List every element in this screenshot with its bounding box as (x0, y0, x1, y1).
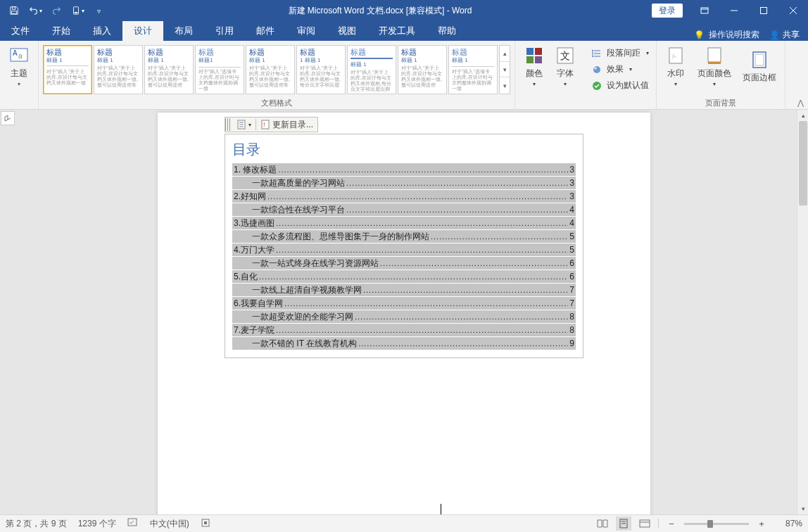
zoom-out-button[interactable]: − (664, 519, 678, 529)
svg-text:A: A (13, 49, 18, 57)
touch-mode-button[interactable]: ▾ (68, 1, 87, 20)
tab-layout[interactable]: 布局 (163, 21, 204, 41)
toc-entry[interactable]: 一款众多流程图、思维导图集于一身的制作网站...................… (232, 230, 576, 243)
set-default-button[interactable]: 设为默认值 (588, 77, 652, 94)
toc-field-controls: ▾ !更新目录... (225, 117, 318, 132)
page-color-button[interactable]: 页面颜色▾ (693, 44, 736, 89)
toc-entry[interactable]: 一款一站式终身在线学习资源网站.........................… (232, 257, 576, 270)
gallery-item[interactable]: 标题标题 1对于"插入"关于上的库,在设计每与文档又体外观相一致 (43, 45, 92, 94)
zoom-percent[interactable]: 87% (774, 519, 802, 528)
effects-label: 效果 (607, 63, 624, 75)
toc-entry-text: 2.好知网 (234, 191, 266, 203)
print-layout-button[interactable] (616, 517, 631, 531)
toc-leader-dots: ........................................… (431, 232, 568, 241)
macro-icon[interactable] (201, 518, 210, 530)
paragraph-spacing-label: 段落间距 (607, 47, 640, 59)
tab-developer[interactable]: 开发工具 (367, 21, 427, 41)
tell-me-label: 操作说明搜索 (709, 29, 759, 41)
toc-grip-icon[interactable] (225, 118, 231, 131)
page: ▾ !更新目录... 目录 1. 修改标题...................… (158, 113, 650, 514)
gallery-item[interactable]: 标题标题1对于"插入"选项卡上的库,在设计时与文档整体外观协调一致 (195, 45, 244, 94)
word-count[interactable]: 1239 个字 (78, 518, 116, 530)
page-indicator[interactable]: 第 2 页，共 9 页 (6, 518, 67, 530)
share-button[interactable]: 👤 共享 (769, 29, 800, 41)
gallery-item[interactable]: 标题标题 1对于"插入"关于上的库,在设计每与文档又体外观相一致,整可以使用这些… (94, 45, 143, 94)
toc-entry-text: 6.我要自学网 (234, 298, 283, 310)
toc-entry[interactable]: 4.万门大学..................................… (232, 243, 576, 256)
zoom-slider-thumb[interactable] (707, 520, 713, 528)
toc-container[interactable]: 目录 1. 修改标题..............................… (225, 134, 583, 358)
tab-references[interactable]: 引用 (204, 21, 245, 41)
save-button[interactable] (4, 1, 24, 20)
tell-me-search[interactable]: 💡 操作说明搜索 (694, 29, 759, 41)
fonts-button[interactable]: 文 字体▾ (550, 44, 580, 89)
tab-design[interactable]: 设计 (122, 21, 163, 41)
tab-insert[interactable]: 插入 (82, 21, 122, 41)
share-icon: 👤 (769, 30, 780, 40)
tab-mailings[interactable]: 邮件 (245, 21, 286, 41)
svg-rect-15 (526, 56, 534, 63)
redo-button[interactable] (46, 1, 66, 20)
spellcheck-icon[interactable] (127, 518, 139, 530)
gallery-item[interactable]: 标题标题 1对于"插入"关于上的库,在设计每与文档又体外观相一致,整可以使用这些 (144, 45, 194, 94)
scroll-down-button[interactable]: ▾ (797, 503, 808, 514)
gallery-item[interactable]: 标题标题 1对于"插入"关于上的库,在设计每与文档又体外观相一致,整可以使用这些… (246, 45, 295, 94)
page-borders-label: 页面边框 (743, 72, 776, 84)
tab-review[interactable]: 审阅 (286, 21, 327, 41)
login-button[interactable]: 登录 (652, 4, 683, 18)
ribbon: Aa 主题 ▾ 标题标题 1对于"插入"关于上的库,在设计每与文档又体外观相一致… (0, 41, 808, 110)
toc-entry[interactable]: 3.迅捷画图..................................… (232, 217, 576, 229)
page-color-label: 页面颜色 (697, 68, 731, 80)
set-default-label: 设为默认值 (607, 80, 649, 91)
gallery-down[interactable]: ▾ (500, 62, 510, 78)
toc-entry[interactable]: 7.麦子学院..................................… (232, 324, 576, 336)
toc-entry-page: 7 (569, 285, 574, 295)
toc-entry[interactable]: 6.我要自学网.................................… (232, 297, 576, 310)
toc-entry[interactable]: 一款超受欢迎的全能学习网............................… (232, 310, 576, 323)
tab-view[interactable]: 视图 (327, 21, 367, 41)
minimize-button[interactable] (719, 0, 749, 21)
toc-entry[interactable]: 一款不错的 IT 在线教育机构.........................… (232, 337, 576, 350)
toc-entry[interactable]: 2.好知网...................................… (232, 190, 576, 203)
language-indicator[interactable]: 中文(中国) (150, 518, 189, 530)
update-toc-button[interactable]: !更新目录... (256, 118, 317, 132)
gallery-up[interactable]: ▴ (500, 46, 510, 62)
toc-options-button[interactable]: ▾ (232, 118, 255, 132)
share-label: 共享 (783, 29, 800, 41)
svg-text:文: 文 (560, 50, 570, 61)
ribbon-display-options[interactable] (690, 0, 719, 21)
close-button[interactable] (778, 0, 808, 21)
watermark-button[interactable]: A水印▾ (661, 44, 690, 89)
toc-entry[interactable]: 一款综合性在线学习平台.............................… (232, 203, 576, 216)
toc-entry[interactable]: 一款超高质量的学习网站.............................… (232, 177, 576, 189)
document-area[interactable]: ▾ !更新目录... 目录 1. 修改标题...................… (0, 110, 808, 514)
gallery-item[interactable]: 标题标题 1对于"插入"选项卡上的库,在设计时与文档整体外观协调一致 (448, 45, 498, 94)
gallery-item[interactable]: 标题标题 1对于"插入"关于上的库,在设计每与文档又体外观相一致,整可以使用这些 (398, 45, 447, 94)
gallery-more[interactable]: ▾ (500, 77, 510, 94)
gallery-item[interactable]: 标题1 标题 1对于"插入"关于上的库,在设计每与文档又体外观相一致,每分页文字… (296, 45, 346, 94)
qat-customize-button[interactable]: ▿ (89, 1, 108, 20)
page-borders-button[interactable]: 页面边框 (738, 44, 781, 89)
zoom-slider[interactable] (684, 523, 749, 525)
read-mode-button[interactable] (595, 517, 610, 531)
scroll-thumb[interactable] (799, 121, 807, 205)
scroll-up-button[interactable]: ▴ (797, 110, 808, 121)
effects-button[interactable]: 效果▾ (588, 61, 635, 77)
web-layout-button[interactable] (637, 517, 652, 531)
colors-button[interactable]: 颜色▾ (519, 44, 549, 89)
gallery-item[interactable]: 标题标题 1对于"插入"关于上的库,在设计每与文档又体外观相,每分页文字和页眉页… (347, 45, 396, 94)
tab-file[interactable]: 文件 (0, 21, 41, 41)
paragraph-spacing-button[interactable]: 段落间距▾ (588, 45, 652, 61)
toc-entry[interactable]: 1. 修改标题.................................… (232, 163, 576, 176)
svg-rect-27 (708, 48, 721, 62)
undo-button[interactable]: ▾ (25, 1, 45, 20)
maximize-button[interactable] (749, 0, 778, 21)
tab-home[interactable]: 开始 (41, 21, 82, 41)
collapse-ribbon-button[interactable]: ⋀ (797, 99, 804, 108)
toc-entry[interactable]: 5.自化....................................… (232, 270, 576, 283)
vertical-scrollbar[interactable]: ▴ ▾ (797, 110, 808, 514)
tab-help[interactable]: 帮助 (427, 21, 467, 41)
themes-button[interactable]: Aa 主题 ▾ (4, 44, 34, 89)
zoom-in-button[interactable]: + (755, 519, 769, 529)
toc-entry[interactable]: 一款线上超清自学视频教学网...........................… (232, 284, 576, 296)
